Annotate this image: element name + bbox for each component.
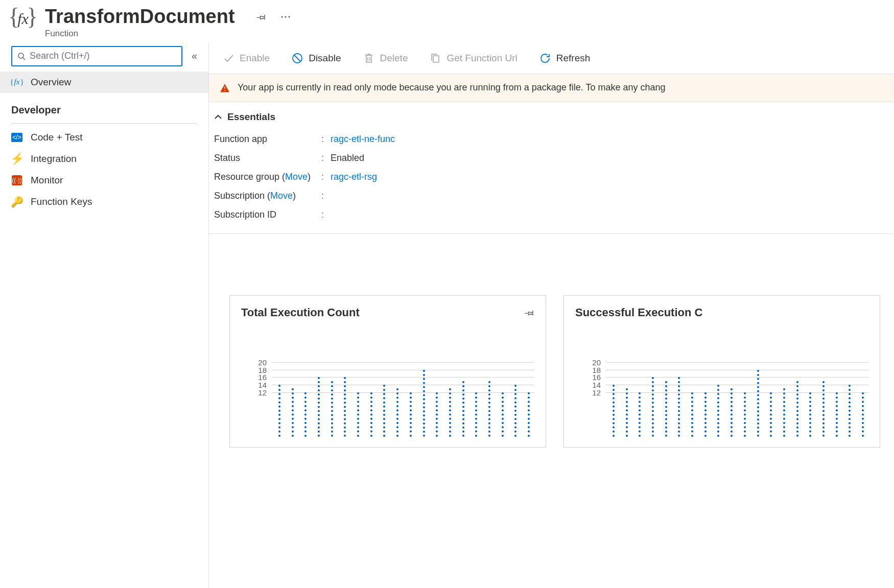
chart-plot-area: 1214161820 (575, 355, 868, 437)
pin-icon[interactable] (255, 11, 267, 22)
essentials-toggle[interactable]: Essentials (214, 111, 889, 123)
sidebar-item-label: Overview (31, 77, 71, 88)
sidebar-item-label: Monitor (31, 175, 63, 186)
toolbar: Enable Disable Delete (209, 43, 894, 74)
pin-icon[interactable] (524, 308, 534, 318)
search-input[interactable] (30, 51, 176, 61)
page-subtitle: Function (45, 29, 235, 39)
essentials-row-subscription: Subscription (Move) : (214, 186, 889, 205)
page-title: TransformDocument (45, 6, 235, 28)
sidebar-item-code-test[interactable]: </> Code + Test (0, 127, 208, 148)
trash-icon (363, 52, 375, 64)
sidebar-item-integration[interactable]: ⚡ Integration (0, 148, 208, 170)
delete-button: Delete (355, 50, 416, 66)
more-icon[interactable] (280, 11, 291, 22)
essentials-row-status: Status : Enabled (214, 149, 889, 168)
move-resource-group-link[interactable]: Move (285, 172, 308, 182)
function-logo-icon: f​x (10, 6, 36, 32)
main-content: Enable Disable Delete (208, 43, 894, 588)
disable-icon (291, 52, 303, 64)
chevron-up-icon (214, 114, 222, 120)
banner-text: Your app is currently in read only mode … (238, 82, 666, 93)
copy-icon (429, 52, 441, 64)
divider (11, 123, 197, 124)
charts-row: Total Execution Count 1214161820 Success… (209, 234, 894, 448)
search-input-container[interactable] (11, 46, 182, 66)
sidebar: « fx Overview Developer </> Code + Test … (0, 43, 208, 588)
search-icon (17, 52, 26, 60)
svg-point-0 (281, 16, 283, 17)
code-icon: </> (11, 132, 22, 143)
bolt-icon: ⚡ (11, 153, 22, 164)
readonly-warning-banner: Your app is currently in read only mode … (209, 74, 894, 102)
warning-icon (219, 82, 230, 93)
svg-point-1 (285, 16, 286, 17)
essentials-row-function-app: Function app : ragc-etl-ne-func (214, 130, 889, 149)
enable-button: Enable (214, 50, 278, 66)
collapse-sidebar-button[interactable]: « (192, 50, 197, 62)
essentials-row-subscription-id: Subscription ID : (214, 205, 889, 224)
function-small-icon: fx (11, 77, 22, 88)
sidebar-item-monitor[interactable]: ((·)) Monitor (0, 170, 208, 191)
move-subscription-link[interactable]: Move (270, 191, 293, 201)
key-icon: 🔑 (11, 196, 22, 207)
svg-point-3 (18, 53, 23, 58)
essentials-row-resource-group: Resource group (Move) : ragc-etl-rsg (214, 168, 889, 186)
disable-button[interactable]: Disable (283, 50, 349, 66)
chart-total-execution-count: Total Execution Count 1214161820 (229, 295, 546, 448)
svg-point-2 (288, 16, 290, 17)
get-function-url-button: Get Function Url (421, 50, 525, 66)
function-app-link[interactable]: ragc-etl-ne-func (331, 134, 395, 145)
sidebar-item-function-keys[interactable]: 🔑 Function Keys (0, 191, 208, 213)
check-icon (222, 52, 234, 64)
sidebar-item-label: Function Keys (31, 196, 92, 207)
sidebar-item-label: Integration (31, 153, 77, 164)
sidebar-item-overview[interactable]: fx Overview (0, 72, 208, 93)
chart-plot-area: 1214161820 (241, 355, 534, 437)
refresh-button[interactable]: Refresh (531, 50, 599, 66)
sidebar-item-label: Code + Test (31, 132, 83, 143)
svg-rect-5 (433, 56, 439, 62)
monitor-icon: ((·)) (11, 175, 22, 186)
essentials-section: Essentials Function app : ragc-etl-ne-fu… (209, 102, 894, 234)
refresh-icon (539, 52, 551, 64)
chart-successful-execution-count: Successful Execution C 1214161820 (563, 295, 880, 448)
sidebar-section-developer: Developer (0, 93, 208, 120)
resource-group-link[interactable]: ragc-etl-rsg (331, 172, 377, 182)
